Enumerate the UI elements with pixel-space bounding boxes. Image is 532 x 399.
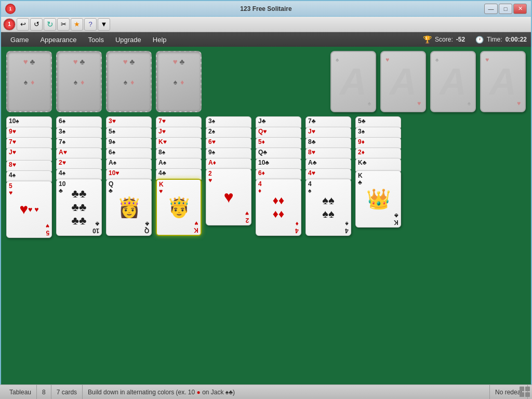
menu-appearance[interactable]: Appearance	[35, 35, 82, 45]
card-3s-c8[interactable]: 3♠	[355, 127, 401, 138]
card-5d-c6[interactable]: 5♦	[256, 137, 301, 149]
card-jh-c4[interactable]: J♥	[156, 127, 202, 138]
card-8h-c7[interactable]: 8♥	[305, 148, 351, 159]
tableau: 10♠ 9♥ 7♥ J♥ 8♥ 4♠ 5♥ 5♥ ♥♥ ♥	[6, 116, 526, 238]
foundation-3[interactable]: A ♠ ♠	[430, 51, 476, 112]
stock-slot-2[interactable]: ♥ ♣ ♠ ♦	[56, 51, 102, 112]
minimize-button[interactable]: —	[484, 4, 498, 14]
card-6h-c5[interactable]: 6♥	[206, 137, 251, 149]
top-row: ♥ ♣ ♠ ♦ ♥ ♣ ♠ ♦ ♥ ♣	[6, 51, 526, 112]
card-2h-full[interactable]: 2♥ 2♥ ♥	[206, 168, 251, 225]
card-kc-c8-1[interactable]: K♣	[355, 158, 401, 171]
card-qc-full[interactable]: Q♣ Q♣ 👸	[106, 179, 152, 236]
card-6s[interactable]: 6♠	[56, 116, 102, 128]
card-9d-c8[interactable]: 9♦	[355, 137, 401, 149]
tableau-col-7: 7♣ J♥ 8♣ 8♥ A♣ 4♥ 4♠ 4♠ ♠♠♠♠	[305, 116, 351, 236]
card-2s-c5[interactable]: 2♠	[206, 127, 251, 138]
foundation-1[interactable]: A ♠ ♠	[330, 51, 376, 112]
card-7h-c4[interactable]: 7♥	[156, 116, 202, 128]
card-3s-c5[interactable]: 3♠	[206, 116, 251, 128]
card-4d-full[interactable]: 4♦ 4♦ ♦♦♦♦	[256, 179, 301, 236]
card-4s-c2[interactable]: 4♠	[56, 168, 102, 180]
status-bar: Tableau 8 7 cards Build down in alternat…	[0, 384, 532, 399]
card-8h[interactable]: 8♥	[6, 160, 52, 171]
card-10c-c6[interactable]: 10♣	[256, 158, 301, 169]
stock-slot-3[interactable]: ♥ ♣ ♠ ♦	[106, 51, 152, 112]
card-jh-c1[interactable]: J♥	[6, 148, 52, 161]
club-icon-2: ♣	[80, 57, 85, 66]
toolbar-fav[interactable]: ★	[71, 18, 83, 31]
card-9s[interactable]: 9♠	[106, 137, 152, 149]
card-qh-c6[interactable]: Q♥	[256, 127, 301, 138]
menu-game[interactable]: Game	[5, 35, 34, 45]
heart-icon-4: ♥	[173, 57, 178, 66]
stock-slot-4[interactable]: ♥ ♣ ♠ ♦	[156, 51, 202, 112]
card-kc-full[interactable]: K♣ K♣ 👑	[355, 170, 401, 228]
card-7c-c7[interactable]: 7♣	[305, 116, 351, 128]
foundation-4[interactable]: A ♥ ♥	[480, 51, 526, 112]
tableau-col-1: 10♠ 9♥ 7♥ J♥ 8♥ 4♠ 5♥ 5♥ ♥♥ ♥	[6, 116, 52, 238]
card-jh-c7[interactable]: J♥	[305, 127, 351, 138]
card-8s-c4[interactable]: 8♠	[156, 148, 202, 159]
toolbar-help[interactable]: ?	[84, 18, 97, 31]
tableau-col-5: 3♠ 2♠ 6♥ 9♠ A♦ 2♥ 2♥ ♥	[206, 116, 251, 225]
foundation-2[interactable]: A ♥ ♥	[380, 51, 426, 112]
card-8c-c7[interactable]: 8♣	[305, 137, 351, 149]
card-ah[interactable]: A♥	[56, 148, 102, 159]
tableau-col-3: 3♥ 5♠ 9♠ 6♠ A♠ 10♥ Q♣ Q♣ 👸	[106, 116, 152, 236]
card-5s[interactable]: 5♠	[106, 127, 152, 138]
foundation-4-suit: ♥	[517, 100, 521, 107]
clock-icon: 🕐	[475, 36, 484, 44]
card-9s-c5[interactable]: 9♠	[206, 148, 251, 159]
card-2h-c2[interactable]: 2♥	[56, 158, 102, 169]
foundation-2-label: A	[390, 60, 417, 103]
stock-slot-1[interactable]: ♥ ♣ ♠ ♦	[6, 51, 52, 112]
card-4s-c1[interactable]: 4♠	[6, 170, 52, 182]
card-as-c4[interactable]: A♠	[156, 158, 202, 169]
toolbar-cut[interactable]: ✂	[57, 18, 70, 31]
card-qc-c6[interactable]: Q♣	[256, 148, 301, 159]
card-jc-c6[interactable]: J♣	[256, 116, 301, 128]
card-ac-c7[interactable]: A♣	[305, 158, 351, 169]
card-as[interactable]: A♠	[106, 158, 152, 169]
card-5c-c8[interactable]: 5♣	[355, 116, 401, 128]
close-button[interactable]: ✕	[513, 4, 527, 14]
trophy-icon: 🏆	[423, 35, 432, 44]
foundation-1-label: A	[340, 60, 367, 103]
foundation-3-label: A	[440, 60, 467, 103]
card-10s[interactable]: 10♠	[6, 116, 52, 128]
menu-upgrade[interactable]: Upgrade	[110, 35, 147, 45]
card-4h-c7[interactable]: 4♥	[305, 168, 351, 180]
menu-score-bar: Game Appearance Tools Upgrade Help 🏆 Sco…	[1, 32, 531, 47]
card-kh-c4-1[interactable]: K♥	[156, 137, 202, 149]
card-4c-c4[interactable]: 4♣	[156, 168, 202, 180]
card-7h-c1[interactable]: 7♥	[6, 137, 52, 149]
grid-cell-2	[525, 387, 530, 391]
card-2d-c8[interactable]: 2♦	[355, 148, 401, 159]
card-4s-full[interactable]: 4♠ 4♠ ♠♠♠♠	[305, 179, 351, 236]
spade-icon-4: ♠	[174, 78, 177, 86]
card-kh-full-selected[interactable]: K♥ K♥ 🤴	[156, 179, 202, 236]
app-logo: 1	[5, 4, 16, 14]
toolbar-redo[interactable]: ↺	[30, 18, 43, 31]
card-ad-c5[interactable]: A♦	[206, 158, 251, 169]
card-7s[interactable]: 7♠	[56, 137, 102, 149]
rule-text: Build down in alternating colors (ex. 10…	[88, 389, 235, 396]
window-controls[interactable]: — □ ✕	[484, 4, 527, 14]
maximize-button[interactable]: □	[499, 4, 512, 14]
toolbar-more[interactable]: ▼	[98, 18, 110, 31]
menu-help[interactable]: Help	[148, 35, 172, 45]
card-5h-full[interactable]: 5♥ 5♥ ♥♥ ♥	[6, 181, 52, 238]
card-10c-full[interactable]: 10♣ 10♣ ♣♣♣♣♣♣	[56, 179, 102, 236]
card-3h[interactable]: 3♥	[106, 116, 152, 128]
menu-tools[interactable]: Tools	[83, 35, 109, 45]
toolbar-undo[interactable]: ↩	[17, 18, 29, 31]
toolbar-new[interactable]: ↻	[44, 18, 56, 31]
card-3s-c2[interactable]: 3♠	[56, 127, 102, 138]
spade-icon-2: ♠	[74, 78, 77, 86]
club-icon-1: ♣	[30, 57, 35, 66]
card-9h[interactable]: 9♥	[6, 127, 52, 138]
card-6d-c6[interactable]: 6♦	[256, 168, 301, 180]
card-10h-c3[interactable]: 10♥	[106, 168, 152, 180]
card-6s-c3[interactable]: 6♠	[106, 148, 152, 159]
